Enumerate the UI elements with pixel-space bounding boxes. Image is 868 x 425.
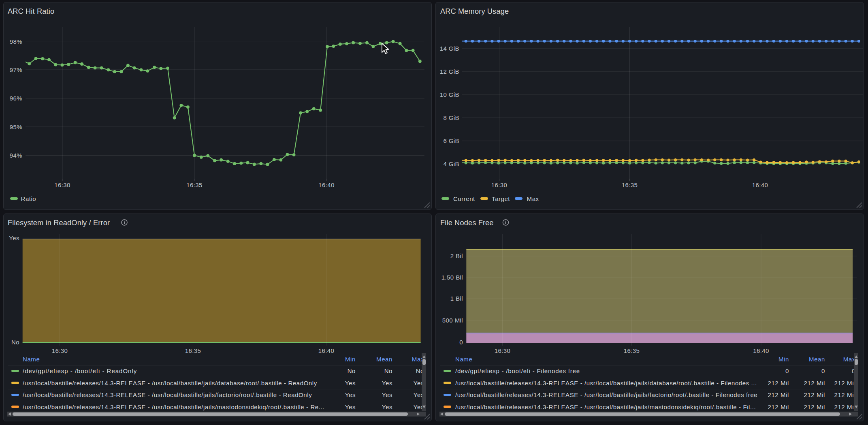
svg-text:16:40: 16:40 (752, 182, 768, 188)
svg-text:1 Bil: 1 Bil (450, 295, 463, 302)
svg-text:0: 0 (459, 339, 463, 346)
svg-text:16:35: 16:35 (186, 182, 203, 188)
svg-text:16:40: 16:40 (318, 347, 335, 354)
svg-text:96%: 96% (10, 95, 22, 102)
svg-text:16:40: 16:40 (753, 347, 769, 354)
svg-text:8 GiB: 8 GiB (443, 114, 459, 121)
svg-text:500 Mil: 500 Mil (442, 317, 463, 324)
svg-text:95%: 95% (10, 124, 22, 130)
svg-text:16:30: 16:30 (54, 182, 70, 188)
svg-text:No: No (11, 339, 19, 346)
svg-text:16:30: 16:30 (495, 347, 511, 354)
svg-text:16:35: 16:35 (185, 347, 201, 354)
svg-text:97%: 97% (10, 66, 22, 73)
svg-text:12 GiB: 12 GiB (440, 68, 459, 75)
svg-text:16:35: 16:35 (624, 347, 640, 354)
svg-text:6 GiB: 6 GiB (443, 137, 459, 144)
svg-text:14 GiB: 14 GiB (440, 45, 459, 52)
svg-text:2 Bil: 2 Bil (450, 252, 463, 259)
svg-text:98%: 98% (10, 38, 22, 45)
svg-text:10 GiB: 10 GiB (440, 91, 459, 98)
svg-text:16:40: 16:40 (318, 182, 335, 188)
svg-text:16:35: 16:35 (622, 182, 638, 188)
svg-text:94%: 94% (10, 152, 22, 159)
svg-text:1.50 Bil: 1.50 Bil (441, 274, 463, 281)
svg-text:16:30: 16:30 (52, 347, 68, 354)
svg-text:16:30: 16:30 (491, 182, 508, 188)
svg-text:4 GiB: 4 GiB (443, 160, 459, 167)
svg-text:Yes: Yes (9, 235, 19, 241)
